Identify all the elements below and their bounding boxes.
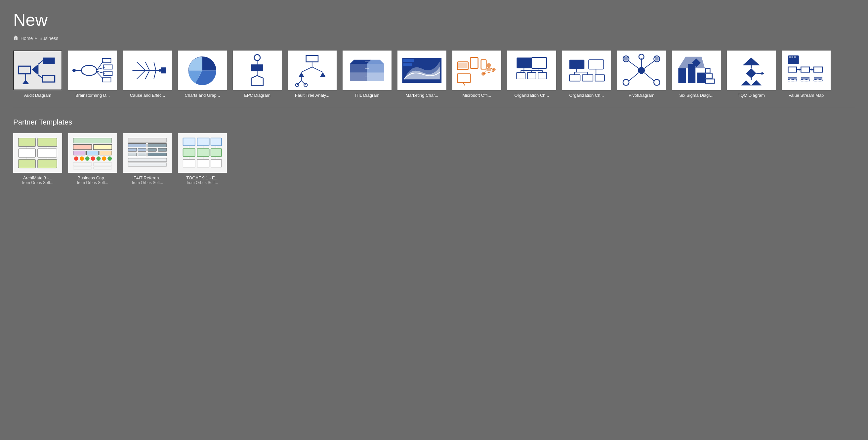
svg-line-63 [463, 82, 465, 85]
template-tqm[interactable]: TQM Diagram [727, 50, 776, 98]
template-it4it[interactable]: IT4IT Referen... from Orbus Soft... [123, 133, 172, 185]
template-brainstorming-label: Brainstorming D... [68, 93, 117, 98]
svg-point-66 [492, 68, 496, 71]
svg-marker-116 [746, 68, 756, 78]
breadcrumb: Home ▶ Business [13, 35, 855, 41]
svg-rect-135 [788, 79, 797, 81]
template-itil[interactable]: ITIL Diagram [343, 50, 392, 98]
template-marketing[interactable]: Marketing Char... [398, 50, 446, 98]
svg-line-97 [642, 61, 654, 70]
svg-rect-165 [73, 167, 92, 169]
svg-marker-110 [679, 57, 705, 68]
svg-point-64 [487, 63, 491, 67]
svg-rect-128 [801, 67, 809, 72]
template-archimate[interactable]: ArchiMate 3 -... from Orbus Soft... [13, 133, 62, 185]
home-icon [13, 35, 19, 41]
svg-rect-155 [100, 151, 112, 155]
template-cause-thumb [123, 50, 172, 90]
svg-rect-187 [211, 159, 221, 167]
svg-point-159 [91, 156, 95, 161]
template-togaf[interactable]: TOGAF 9.1 - E... from Orbus Soft... [178, 133, 227, 185]
template-cause[interactable]: Cause and Effec... [123, 50, 172, 98]
svg-rect-171 [138, 148, 146, 151]
breadcrumb-separator: ▶ [35, 36, 37, 40]
svg-point-162 [107, 156, 112, 161]
breadcrumb-home[interactable]: Home [21, 36, 33, 41]
svg-rect-16 [102, 78, 111, 82]
svg-rect-169 [148, 143, 167, 147]
svg-rect-60 [470, 58, 478, 68]
svg-rect-136 [801, 77, 809, 78]
svg-marker-118 [751, 80, 762, 86]
breadcrumb-current: Business [39, 36, 58, 41]
svg-marker-51 [367, 72, 384, 81]
svg-rect-59 [458, 63, 467, 68]
svg-line-95 [629, 61, 642, 70]
svg-rect-2 [43, 76, 55, 82]
svg-rect-124 [789, 56, 790, 58]
svg-point-158 [85, 156, 90, 161]
svg-rect-129 [814, 67, 823, 72]
svg-rect-183 [197, 149, 209, 156]
svg-line-21 [137, 62, 146, 70]
svg-rect-152 [94, 144, 112, 149]
template-orgchart2-label: Organization Ch... [562, 93, 611, 98]
svg-rect-181 [211, 138, 221, 146]
svg-line-43 [302, 80, 306, 85]
svg-point-8 [81, 65, 97, 75]
template-businesscap[interactable]: Business Cap... from Orbus Soft... [68, 133, 117, 185]
svg-rect-145 [38, 159, 57, 168]
svg-marker-122 [762, 72, 764, 75]
svg-rect-65 [487, 68, 491, 71]
template-valuestream[interactable]: Value Stream Map [782, 50, 831, 98]
template-brainstorming[interactable]: Brainstorming D... [68, 50, 117, 98]
partner-templates-grid: ArchiMate 3 -... from Orbus Soft... [13, 133, 855, 185]
template-charts-label: Charts and Grap... [178, 93, 227, 98]
svg-rect-166 [94, 167, 112, 169]
template-itil-label: ITIL Diagram [343, 93, 392, 98]
template-fault[interactable]: Fault Tree Analy... [288, 50, 337, 98]
svg-rect-105 [624, 57, 628, 61]
svg-line-38 [312, 67, 323, 72]
template-pivotdiagram-thumb [617, 50, 666, 90]
template-sixsigma-thumb [672, 50, 721, 90]
svg-rect-57 [403, 63, 412, 66]
svg-rect-179 [183, 138, 195, 146]
template-marketing-label: Marketing Char... [398, 93, 446, 98]
template-orgchart2[interactable]: Organization Ch... [562, 50, 611, 98]
svg-rect-15 [104, 71, 113, 76]
svg-rect-126 [794, 56, 796, 58]
template-msoffice-thumb [452, 50, 501, 90]
svg-rect-151 [73, 144, 92, 149]
svg-point-156 [74, 156, 79, 161]
template-charts[interactable]: Charts and Grap... [178, 50, 227, 98]
template-charts-thumb [178, 50, 227, 90]
template-orgchart1[interactable]: Organization Ch... [507, 50, 556, 98]
svg-rect-173 [158, 148, 167, 151]
svg-line-70 [483, 71, 494, 74]
svg-rect-168 [128, 143, 146, 147]
svg-point-34 [254, 55, 260, 61]
page-title: New [13, 10, 855, 30]
template-audit[interactable]: Audit Diagram [13, 50, 62, 98]
svg-rect-75 [538, 72, 547, 79]
svg-marker-117 [741, 80, 751, 86]
template-it4it-label: IT4IT Referen... [123, 175, 172, 180]
svg-rect-73 [517, 72, 525, 79]
svg-rect-143 [38, 149, 57, 157]
template-orgchart1-thumb [507, 50, 556, 90]
svg-rect-71 [517, 58, 532, 68]
template-epc[interactable]: EPC Diagram [233, 50, 282, 98]
svg-rect-13 [102, 59, 111, 63]
template-sixsigma[interactable]: Six Sigma Diagr... [672, 50, 721, 98]
template-msoffice[interactable]: Microsoft Offi... [452, 50, 501, 98]
svg-point-160 [97, 156, 101, 161]
template-itil-thumb [343, 50, 392, 90]
svg-rect-180 [197, 138, 209, 146]
svg-point-102 [654, 79, 660, 85]
partner-section-title: Partner Templates [13, 118, 855, 127]
template-pivotdiagram[interactable]: PivotDiagram [617, 50, 666, 98]
template-valuestream-thumb [782, 50, 831, 90]
svg-rect-137 [801, 79, 809, 81]
template-audit-thumb [13, 50, 62, 90]
